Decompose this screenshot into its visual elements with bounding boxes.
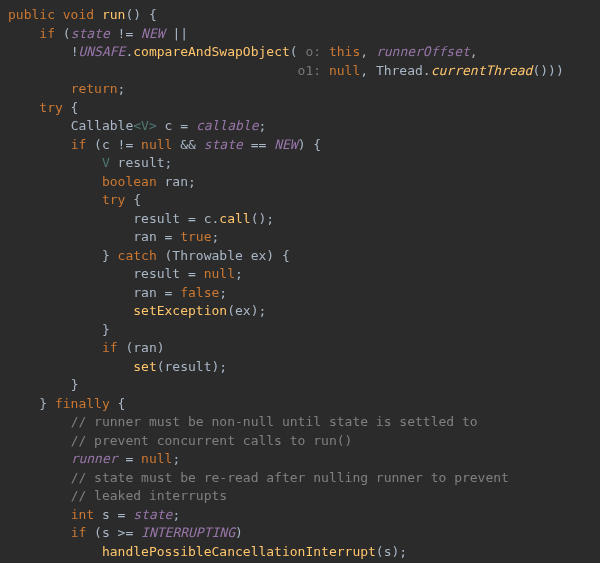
- code-line: // prevent concurrent calls to run(): [8, 433, 352, 448]
- code-line: result = null;: [8, 266, 243, 281]
- code-line: } catch (Throwable ex) {: [8, 248, 290, 263]
- code-line: // runner must be non-null until state i…: [8, 414, 478, 429]
- code-line: try {: [8, 100, 78, 115]
- code-line: if (c != null && state == NEW) {: [8, 137, 321, 152]
- code-editor[interactable]: public void run() { if (state != NEW || …: [0, 0, 600, 563]
- code-line: runner = null;: [8, 451, 180, 466]
- code-line: boolean ran;: [8, 174, 196, 189]
- code-line: // state must be re-read after nulling r…: [8, 470, 509, 485]
- code-line: result = c.call();: [8, 211, 274, 226]
- code-line: ran = true;: [8, 229, 219, 244]
- code-line: }: [8, 377, 78, 392]
- code-line: try {: [8, 192, 141, 207]
- code-line: public void run() {: [8, 7, 157, 22]
- code-line: return;: [8, 81, 125, 96]
- code-line: } finally {: [8, 396, 125, 411]
- code-line: Callable<V> c = callable;: [8, 118, 266, 133]
- code-line: if (s >= INTERRUPTING): [8, 525, 243, 540]
- code-line: !UNSAFE.compareAndSwapObject( o: this, r…: [8, 44, 478, 59]
- code-line: // leaked interrupts: [8, 488, 227, 503]
- code-line: if (state != NEW ||: [8, 26, 188, 41]
- code-line: handlePossibleCancellationInterrupt(s);: [8, 544, 407, 559]
- code-line: set(result);: [8, 359, 227, 374]
- code-line: if (ran): [8, 340, 165, 355]
- code-line: setException(ex);: [8, 303, 266, 318]
- code-line: o1: null, Thread.currentThread())): [8, 63, 564, 78]
- code-line: ran = false;: [8, 285, 227, 300]
- code-line: V result;: [8, 155, 172, 170]
- code-line: }: [8, 322, 110, 337]
- code-line: int s = state;: [8, 507, 180, 522]
